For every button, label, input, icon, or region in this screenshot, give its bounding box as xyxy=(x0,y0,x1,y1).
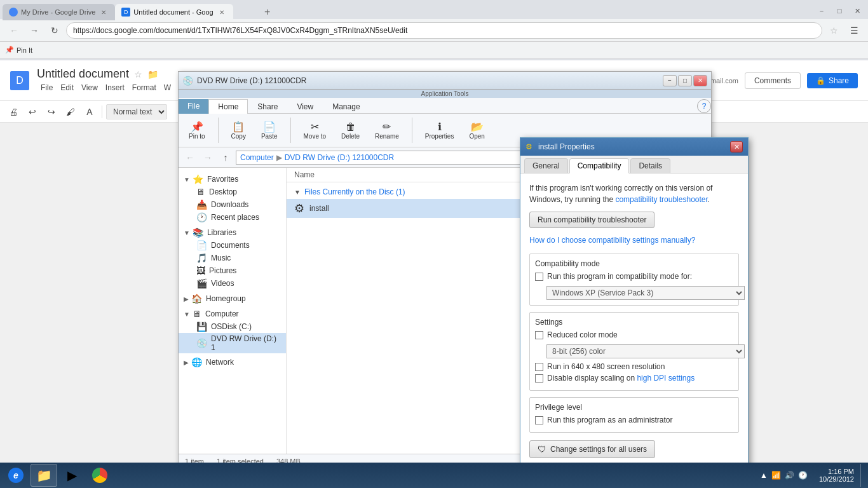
tab-drive-close[interactable]: ✕ xyxy=(98,7,109,17)
docs-star-icon[interactable]: ☆ xyxy=(134,69,142,79)
fe-ribbon-help-button[interactable]: ? xyxy=(697,99,711,113)
pinit-label: Pin It xyxy=(17,46,32,54)
sidebar-item-videos[interactable]: 🎬 Videos xyxy=(179,277,286,290)
fe-tab-share[interactable]: Share xyxy=(248,99,287,114)
dialog-close-button[interactable]: ✕ xyxy=(730,141,743,152)
fe-address-computer[interactable]: Computer xyxy=(240,153,274,162)
sidebar-item-recent[interactable]: 🕐 Recent places xyxy=(179,211,286,224)
new-tab-button[interactable]: + xyxy=(259,4,276,20)
docs-paint-button[interactable]: 🖌 xyxy=(62,104,79,120)
fe-move-button[interactable]: ✂ Move to xyxy=(299,119,332,141)
fe-up-button[interactable]: ↑ xyxy=(218,150,233,165)
fe-ribbon-tabs: File Home Share View Manage ? xyxy=(179,98,711,114)
taskbar-clock[interactable]: 1:16 PM 10/29/2012 xyxy=(815,468,858,483)
docs-print-button[interactable]: 🖨 xyxy=(5,104,22,120)
compatibility-troubleshooter-link[interactable]: compatibility troubleshooter xyxy=(615,195,707,204)
fe-tab-home[interactable]: Home xyxy=(208,99,248,114)
color-depth-select[interactable]: 8-bit (256) color 16-bit color xyxy=(546,344,745,358)
sidebar-item-pictures[interactable]: 🖼 Pictures xyxy=(179,264,286,277)
fe-tab-view[interactable]: View xyxy=(287,99,323,114)
chrome-menu-button[interactable]: ☰ xyxy=(845,22,863,39)
back-button[interactable]: ← xyxy=(5,22,23,39)
docs-folder-icon[interactable]: 📁 xyxy=(147,69,158,79)
music-label: Music xyxy=(211,254,231,262)
taskbar-media-button[interactable]: ▶ xyxy=(58,464,85,487)
reload-button[interactable]: ↻ xyxy=(46,22,64,39)
docs-menu-format[interactable]: Format xyxy=(128,82,160,93)
fe-tab-file[interactable]: File xyxy=(179,99,208,114)
fe-pin-button[interactable]: 📌 Pin to xyxy=(184,119,210,141)
chrome-maximize-button[interactable]: □ xyxy=(831,4,848,18)
fe-forward-button[interactable]: → xyxy=(200,150,215,165)
docs-redo-button[interactable]: ↪ xyxy=(43,104,60,120)
admin-checkbox[interactable] xyxy=(535,416,543,424)
fe-open-button[interactable]: 📂 Open xyxy=(464,119,489,141)
sidebar-item-music[interactable]: 🎵 Music xyxy=(179,252,286,264)
tab-google-drive[interactable]: My Drive - Google Drive ✕ xyxy=(3,4,115,20)
fe-tab-manage[interactable]: Manage xyxy=(323,99,369,114)
downloads-label: Downloads xyxy=(211,200,248,209)
forward-button[interactable]: → xyxy=(25,22,43,39)
fe-delete-button[interactable]: 🗑 Delete xyxy=(336,120,365,141)
fe-back-button[interactable]: ← xyxy=(182,150,198,165)
address-input[interactable] xyxy=(73,26,803,35)
reduced-color-checkbox[interactable] xyxy=(535,331,543,339)
compat-mode-checkbox[interactable] xyxy=(535,273,543,281)
resolution-checkbox[interactable] xyxy=(535,363,543,371)
taskbar-chrome-button[interactable] xyxy=(86,464,113,487)
sidebar-item-osdisk[interactable]: 💾 OSDisk (C:) xyxy=(179,320,286,333)
taskbar-explorer-button[interactable]: 📁 xyxy=(31,464,57,487)
show-desktop-button[interactable] xyxy=(860,464,865,487)
fe-rename-button[interactable]: ✏ Rename xyxy=(370,119,404,141)
docs-share-button[interactable]: 🔒 Share xyxy=(807,73,858,88)
fe-homegroup-header[interactable]: ▶ 🏠 Homegroup xyxy=(179,292,286,305)
dpi-scaling-checkbox[interactable] xyxy=(535,374,543,383)
chrome-close-button[interactable]: ✕ xyxy=(849,4,865,18)
music-icon: 🎵 xyxy=(196,253,207,263)
docs-undo-button[interactable]: ↩ xyxy=(24,104,41,120)
sidebar-item-desktop[interactable]: 🖥 Desktop xyxy=(179,186,286,198)
tab-docs-close[interactable]: ✕ xyxy=(217,7,227,17)
docs-menu-edit[interactable]: Edit xyxy=(57,82,78,93)
how-to-choose-link[interactable]: How do I choose compatibility settings m… xyxy=(529,236,739,245)
sidebar-item-downloads[interactable]: 📥 Downloads xyxy=(179,198,286,211)
tab-google-docs[interactable]: D Untitled document - Goog ✕ xyxy=(115,4,233,20)
compat-mode-label: Run this program in compatibility mode f… xyxy=(547,272,692,281)
fe-title-icon: 💿 xyxy=(182,76,193,86)
dialog-title-icon: ⚙ xyxy=(526,142,534,151)
fe-copy-button[interactable]: 📋 Copy xyxy=(226,119,251,141)
fe-maximize-button[interactable]: □ xyxy=(678,75,692,86)
dialog-tab-general[interactable]: General xyxy=(524,158,568,173)
dialog-tab-compatibility[interactable]: Compatibility xyxy=(569,158,630,173)
chrome-minimize-button[interactable]: − xyxy=(813,4,830,18)
docs-menu-w[interactable]: W xyxy=(160,82,175,93)
docs-format-button[interactable]: A xyxy=(81,104,98,120)
sidebar-item-dvd[interactable]: 💿 DVD RW Drive (D:) 1 xyxy=(179,333,286,353)
docs-style-dropdown[interactable]: Normal text xyxy=(106,104,167,119)
systray-arrow-icon[interactable]: ▲ xyxy=(760,471,768,480)
fe-properties-button[interactable]: ℹ Properties xyxy=(420,119,459,141)
fe-minimize-button[interactable]: − xyxy=(663,75,677,86)
taskbar-ie-button[interactable]: e xyxy=(3,464,29,487)
fe-libraries-header[interactable]: ▼ 📚 Libraries xyxy=(179,226,286,239)
fe-paste-button[interactable]: 📄 Paste xyxy=(256,119,283,141)
pinit-bookmark[interactable]: 📌 Pin It xyxy=(5,46,32,54)
fe-address-dvd[interactable]: DVD RW Drive (D:) 121000CDR xyxy=(285,153,394,162)
sidebar-item-documents[interactable]: 📄 Documents xyxy=(179,239,286,252)
address-bar-container[interactable] xyxy=(66,22,822,39)
fe-computer-header[interactable]: ▼ 🖥 Computer xyxy=(179,308,286,320)
run-compatibility-troubleshooter-button[interactable]: Run compatibility troubleshooter xyxy=(529,212,654,228)
docs-menu-file[interactable]: File xyxy=(37,82,57,93)
docs-comments-button[interactable]: Comments xyxy=(745,72,801,89)
docs-menu-view[interactable]: View xyxy=(78,82,102,93)
dialog-tab-details[interactable]: Details xyxy=(630,158,670,173)
compat-mode-select[interactable]: Windows XP (Service Pack 3) Windows 7 Wi… xyxy=(546,286,745,300)
docs-menu-insert[interactable]: Insert xyxy=(102,82,128,93)
videos-label: Videos xyxy=(211,279,234,288)
fe-network-header[interactable]: ▶ 🌐 Network xyxy=(179,356,286,369)
change-settings-button[interactable]: 🛡 Change settings for all users xyxy=(529,440,655,458)
ribbon-separator-2 xyxy=(290,118,291,143)
bookmark-star-button[interactable]: ☆ xyxy=(825,22,843,39)
fe-close-button[interactable]: ✕ xyxy=(693,75,707,86)
fe-favorites-header[interactable]: ▼ ⭐ Favorites xyxy=(179,173,286,186)
